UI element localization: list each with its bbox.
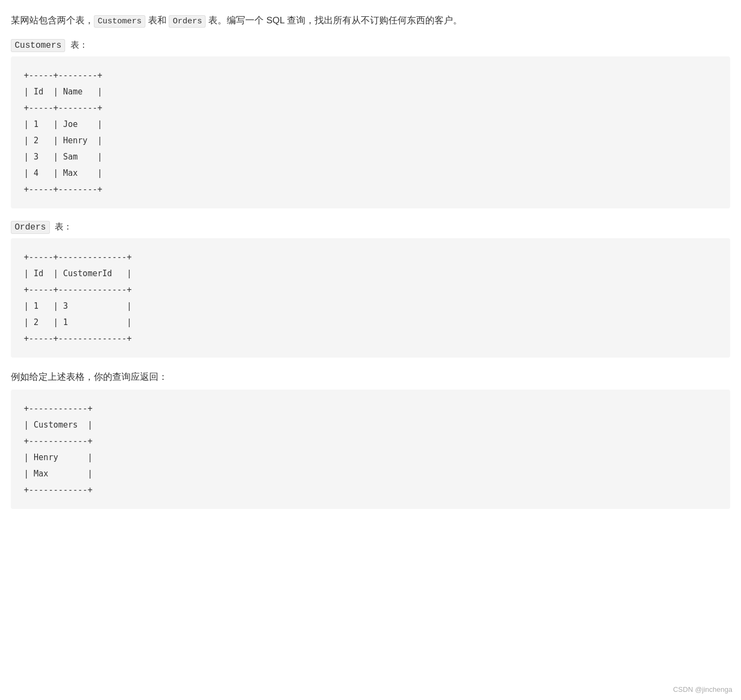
customers-table-content: +-----+--------+ | Id | Name | +-----+--… bbox=[24, 67, 717, 198]
intro-text-after: 表。编写一个 SQL 查询，找出所有从不订购任何东西的客户。 bbox=[206, 15, 462, 26]
orders-table-box: +-----+--------------+ | Id | CustomerId… bbox=[11, 238, 730, 358]
result-table-content: +------------+ | Customers | +----------… bbox=[24, 400, 717, 498]
intro-text-middle: 表和 bbox=[145, 15, 169, 26]
orders-label-code: Orders bbox=[11, 221, 50, 234]
customers-table-box: +-----+--------+ | Id | Name | +-----+--… bbox=[11, 56, 730, 208]
orders-inline-code: Orders bbox=[169, 15, 206, 28]
intro-text-before: 某网站包含两个表， bbox=[11, 15, 94, 26]
example-label: 例如给定上述表格，你的查询应返回： bbox=[11, 371, 730, 383]
intro-paragraph: 某网站包含两个表，Customers 表和 Orders 表。编写一个 SQL … bbox=[11, 13, 730, 29]
orders-label-after: 表： bbox=[50, 222, 73, 232]
result-table-box: +------------+ | Customers | +----------… bbox=[11, 390, 730, 509]
customers-inline-code: Customers bbox=[94, 15, 145, 28]
customers-table-label: Customers 表： bbox=[11, 40, 730, 51]
orders-table-label: Orders 表： bbox=[11, 221, 730, 233]
customers-label-code: Customers bbox=[11, 39, 65, 52]
customers-label-after: 表： bbox=[65, 41, 88, 50]
footer-text: CSDN @jinchenga bbox=[673, 685, 732, 693]
orders-table-content: +-----+--------------+ | Id | CustomerId… bbox=[24, 249, 717, 347]
